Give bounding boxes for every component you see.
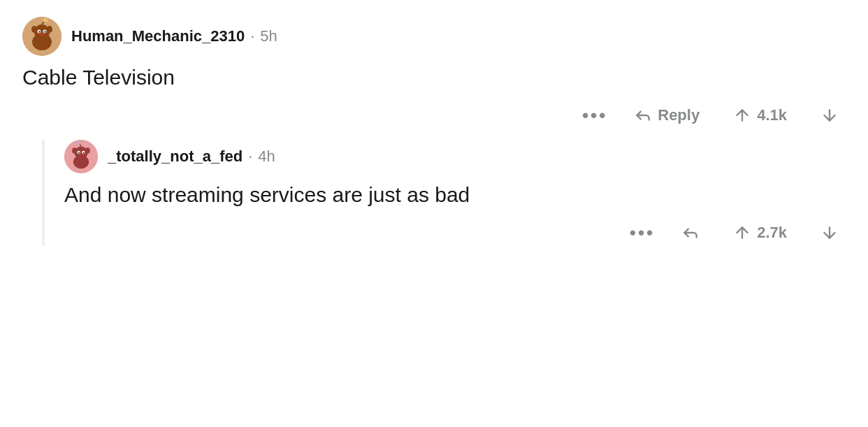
comment-1-vote-count: 4.1k — [757, 106, 787, 124]
svg-point-15 — [72, 147, 77, 154]
comment-1-downvote-button[interactable] — [813, 102, 846, 129]
comment-1-actions: ••• Reply 4.1k — [22, 102, 846, 129]
comment-2: _totally_not_a_fed · 4h And now streamin… — [64, 140, 846, 246]
svg-point-20 — [83, 152, 85, 153]
comment-1-more-button[interactable]: ••• — [582, 105, 607, 126]
reply-icon — [634, 106, 652, 124]
comment-2-downvote-button[interactable] — [813, 219, 846, 246]
svg-point-11 — [43, 18, 48, 22]
svg-point-19 — [78, 152, 80, 153]
reply-icon-2 — [681, 224, 700, 242]
comment-2-actions: ••• 2.7k — [64, 219, 846, 246]
svg-point-2 — [34, 24, 50, 40]
comment-2-body: And now streaming services are just as b… — [64, 180, 846, 210]
comment-2-avatar — [64, 140, 98, 173]
comment-2-more-button[interactable]: ••• — [630, 222, 655, 244]
comment-1-username: Human_Mechanic_2310 — [71, 27, 245, 45]
upvote-icon-2 — [733, 224, 751, 242]
reply-section: _totally_not_a_fed · 4h And now streamin… — [22, 140, 846, 246]
comment-1-meta: Human_Mechanic_2310 · 5h — [71, 27, 277, 45]
svg-point-7 — [38, 31, 40, 32]
upvote-icon — [733, 106, 751, 124]
downvote-icon — [820, 106, 839, 124]
downvote-icon-2 — [820, 224, 839, 242]
indent-line — [42, 140, 45, 246]
comment-2-header: _totally_not_a_fed · 4h — [64, 140, 846, 173]
comment-2-timestamp: 4h — [258, 147, 275, 166]
comment-1-upvote-button[interactable]: 4.1k — [726, 102, 794, 129]
comment-2-upvote-button[interactable]: 2.7k — [726, 219, 794, 246]
comment-1-reply-button[interactable]: Reply — [627, 102, 707, 129]
comment-2-reply-button[interactable] — [674, 219, 707, 246]
comment-1: Human_Mechanic_2310 · 5h Cable Televisio… — [22, 17, 846, 129]
comment-1-avatar — [22, 17, 62, 56]
svg-point-14 — [75, 146, 88, 159]
comment-1-body: Cable Television — [22, 63, 846, 92]
comment-1-reply-label: Reply — [658, 106, 700, 124]
comment-2-meta: _totally_not_a_fed · 4h — [108, 147, 275, 166]
svg-point-4 — [47, 26, 52, 33]
comment-1-header: Human_Mechanic_2310 · 5h — [22, 17, 846, 56]
comment-1-timestamp: 5h — [260, 27, 277, 45]
svg-point-9 — [40, 33, 44, 36]
svg-point-23 — [77, 141, 80, 145]
svg-point-21 — [79, 154, 82, 156]
svg-point-16 — [85, 147, 90, 154]
svg-point-8 — [44, 31, 45, 32]
svg-point-3 — [31, 26, 37, 33]
comment-2-username: _totally_not_a_fed — [108, 147, 243, 166]
comment-2-vote-count: 2.7k — [757, 224, 787, 242]
